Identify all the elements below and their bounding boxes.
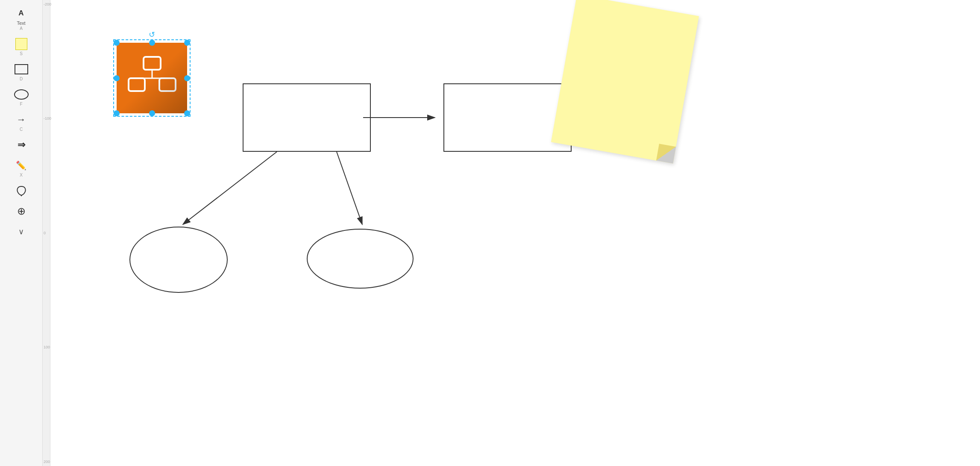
canvas-area[interactable]: -200 -100 0 100 200 xyxy=(43,0,980,466)
sidebar-item-more[interactable]: ∨ xyxy=(4,223,38,241)
chevron-down-icon: ∨ xyxy=(12,224,31,239)
lasso-tool-icon xyxy=(12,183,31,198)
sidebar-item-add[interactable]: ⊕ xyxy=(4,202,38,220)
orange-diagram-shape[interactable]: ↺ xyxy=(117,43,187,113)
handle-bm[interactable] xyxy=(149,110,155,116)
sidebar-item-text[interactable]: A Text A xyxy=(4,4,38,32)
handle-mr[interactable] xyxy=(184,75,190,81)
ellipse-1[interactable] xyxy=(129,227,228,293)
rect-tool-shortcut: D xyxy=(20,77,23,81)
rectangle-tool-icon xyxy=(12,62,31,77)
arrow-tool-icon: → xyxy=(12,112,31,127)
handle-tm[interactable] xyxy=(149,40,155,46)
sidebar-item-double-arrow[interactable]: ⇒ xyxy=(4,136,38,154)
handle-tl[interactable] xyxy=(114,40,120,46)
ellipse-tool-icon xyxy=(12,87,31,102)
text-tool-shortcut: A xyxy=(20,26,23,31)
sidebar-item-lasso[interactable] xyxy=(4,182,38,200)
pen-tool-shortcut: X xyxy=(20,173,23,177)
handle-br[interactable] xyxy=(184,110,190,116)
sidebar-item-pen[interactable]: ✏️ X xyxy=(4,156,38,179)
ruler-left: -200 -100 0 100 200 xyxy=(43,0,50,466)
handle-tr[interactable] xyxy=(184,40,190,46)
add-tool-icon: ⊕ xyxy=(12,204,31,218)
sticky-note[interactable] xyxy=(551,0,699,164)
rectangle-1[interactable] xyxy=(243,83,371,152)
canvas-content: ↺ xyxy=(50,0,980,466)
svg-line-2 xyxy=(183,152,277,224)
orange-shape-body xyxy=(117,43,187,113)
svg-line-3 xyxy=(337,152,362,224)
sidebar-item-ellipse[interactable]: F xyxy=(4,86,38,108)
ellipse-2[interactable] xyxy=(307,229,414,289)
text-tool-icon: A xyxy=(12,6,31,21)
rotate-handle[interactable]: ↺ xyxy=(149,30,156,37)
pen-tool-icon: ✏️ xyxy=(12,158,31,173)
sidebar-item-rectangle[interactable]: D xyxy=(4,60,38,83)
text-tool-label: Text xyxy=(17,21,25,26)
sidebar-item-arrow[interactable]: → C xyxy=(4,111,38,133)
handle-bl[interactable] xyxy=(114,110,120,116)
sticky-tool-icon xyxy=(12,37,31,51)
sticky-tool-shortcut: S xyxy=(20,51,23,56)
handle-ml[interactable] xyxy=(114,75,120,81)
ellipse-tool-shortcut: F xyxy=(20,102,22,106)
double-arrow-tool-icon: ⇒ xyxy=(12,138,31,152)
sidebar-item-sticky[interactable]: S xyxy=(4,35,38,58)
arrow-tool-shortcut: C xyxy=(20,127,23,132)
sidebar: A Text A S D F → C ⇒ xyxy=(0,0,43,466)
